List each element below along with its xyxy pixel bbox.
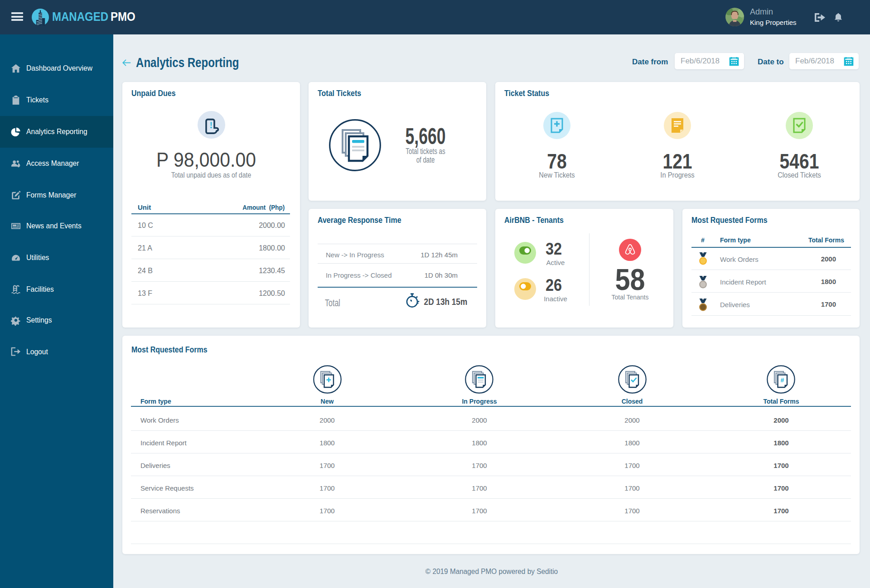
svg-text:#: # [781, 376, 784, 384]
